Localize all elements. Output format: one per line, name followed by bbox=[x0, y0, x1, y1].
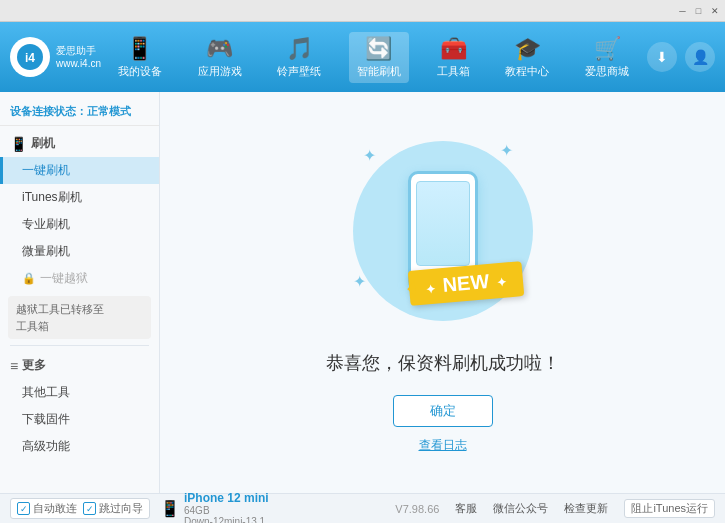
nav-smart-flash[interactable]: 🔄 智能刷机 bbox=[349, 32, 409, 83]
more-group-icon: ≡ bbox=[10, 358, 18, 374]
sparkle-icon-2: ✦ bbox=[500, 141, 513, 160]
logo-text: 爱思助手 www.i4.cn bbox=[56, 44, 101, 70]
info-line1: 越狱工具已转移至 bbox=[16, 301, 143, 318]
nav-tutorial-label: 教程中心 bbox=[505, 64, 549, 79]
logo-icon: i4 bbox=[10, 37, 50, 77]
sidebar-item-micro-flash[interactable]: 微量刷机 bbox=[0, 238, 159, 265]
auto-connect-checkbox[interactable]: 自动敢连 bbox=[17, 501, 77, 516]
more-group-label: 更多 bbox=[22, 357, 46, 374]
device-phone-icon: 📱 bbox=[160, 499, 180, 518]
nav-apps-games[interactable]: 🎮 应用游戏 bbox=[190, 32, 250, 83]
device-status-label: 设备连接状态： bbox=[10, 105, 87, 117]
bottom-left: 自动敢连 跳过向导 📱 iPhone 12 mini 64GB Down-12m… bbox=[10, 491, 395, 524]
wechat-public-link[interactable]: 微信公众号 bbox=[493, 501, 548, 516]
customer-service-link[interactable]: 客服 bbox=[455, 501, 477, 516]
sparkle-icon-3: ✦ bbox=[353, 272, 366, 291]
nav-shop[interactable]: 🛒 爱思商城 bbox=[577, 32, 637, 83]
shop-icon: 🛒 bbox=[594, 36, 621, 62]
device-status: 设备连接状态：正常模式 bbox=[0, 100, 159, 126]
auto-connect-label: 自动敢连 bbox=[33, 501, 77, 516]
sidebar-info-box: 越狱工具已转移至 工具箱 bbox=[8, 296, 151, 339]
device-status-value: 正常模式 bbox=[87, 105, 131, 117]
stop-itunes-btn[interactable]: 阻止iTunes运行 bbox=[624, 499, 715, 518]
sidebar: 设备连接状态：正常模式 📱 刷机 一键刷机 iTunes刷机 专业刷机 微量刷机… bbox=[0, 92, 160, 493]
nav-toolbox-label: 工具箱 bbox=[437, 64, 470, 79]
check-update-link[interactable]: 检查更新 bbox=[564, 501, 608, 516]
nav-ringtone-label: 铃声壁纸 bbox=[277, 64, 321, 79]
sidebar-divider bbox=[10, 345, 149, 346]
logo-area: i4 爱思助手 www.i4.cn bbox=[10, 37, 100, 77]
device-info: iPhone 12 mini 64GB Down-12mini-13,1 bbox=[184, 491, 269, 524]
nav-toolbox[interactable]: 🧰 工具箱 bbox=[429, 32, 478, 83]
sparkle-icon-1: ✦ bbox=[363, 146, 376, 165]
sidebar-item-one-click[interactable]: 一键刷机 bbox=[0, 157, 159, 184]
bottom-bar: 自动敢连 跳过向导 📱 iPhone 12 mini 64GB Down-12m… bbox=[0, 493, 725, 523]
nav-tutorial[interactable]: 🎓 教程中心 bbox=[497, 32, 557, 83]
new-label: NEW bbox=[441, 270, 489, 296]
title-bar: ─ □ ✕ bbox=[0, 0, 725, 22]
stop-itunes-label: 阻止iTunes运行 bbox=[631, 501, 708, 516]
sidebar-item-itunes[interactable]: iTunes刷机 bbox=[0, 184, 159, 211]
skip-wizard-checkbox[interactable]: 跳过向导 bbox=[83, 501, 143, 516]
version-text: V7.98.66 bbox=[395, 503, 439, 515]
star-right: ✦ bbox=[496, 275, 507, 290]
nav-smart-flash-label: 智能刷机 bbox=[357, 64, 401, 79]
lock-icon: 🔒 bbox=[22, 272, 36, 285]
sidebar-group-more: ≡ 更多 bbox=[0, 352, 159, 379]
success-message: 恭喜您，保资料刷机成功啦！ bbox=[326, 351, 560, 375]
header: i4 爱思助手 www.i4.cn 📱 我的设备 🎮 应用游戏 🎵 铃声壁纸 🔄… bbox=[0, 22, 725, 92]
header-right: ⬇ 👤 bbox=[647, 42, 715, 72]
minimize-btn[interactable]: ─ bbox=[676, 4, 689, 17]
auto-connect-checkmark bbox=[17, 502, 30, 515]
sidebar-item-jailbreak-disabled: 🔒 一键越狱 bbox=[0, 265, 159, 292]
sidebar-item-other-tools[interactable]: 其他工具 bbox=[0, 379, 159, 406]
device-name: iPhone 12 mini bbox=[184, 491, 269, 505]
phone-illustration: ✦ ✦ ✦ ✦ NEW ✦ bbox=[343, 131, 543, 331]
flash-group-icon: 📱 bbox=[10, 136, 27, 152]
skip-wizard-label: 跳过向导 bbox=[99, 501, 143, 516]
sidebar-item-pro-flash[interactable]: 专业刷机 bbox=[0, 211, 159, 238]
device-info-section: 📱 iPhone 12 mini 64GB Down-12mini-13,1 bbox=[160, 491, 269, 524]
close-btn[interactable]: ✕ bbox=[708, 4, 721, 17]
my-device-icon: 📱 bbox=[126, 36, 153, 62]
smart-flash-icon: 🔄 bbox=[365, 36, 392, 62]
apps-games-icon: 🎮 bbox=[206, 36, 233, 62]
user-btn[interactable]: 👤 bbox=[685, 42, 715, 72]
skip-wizard-checkmark bbox=[83, 502, 96, 515]
bottom-right: V7.98.66 客服 微信公众号 检查更新 阻止iTunes运行 bbox=[395, 499, 715, 518]
new-ribbon: ✦ NEW ✦ bbox=[407, 261, 523, 306]
device-storage: 64GB bbox=[184, 505, 269, 516]
svg-text:i4: i4 bbox=[25, 51, 35, 65]
flash-group-label: 刷机 bbox=[31, 135, 55, 152]
nav-shop-label: 爱思商城 bbox=[585, 64, 629, 79]
nav-my-device-label: 我的设备 bbox=[118, 64, 162, 79]
success-card: ✦ ✦ ✦ ✦ NEW ✦ 恭喜您，保资料刷机成功啦！ 确定 bbox=[326, 131, 560, 454]
checkbox-group: 自动敢连 跳过向导 bbox=[10, 498, 150, 519]
tutorial-icon: 🎓 bbox=[514, 36, 541, 62]
star-left: ✦ bbox=[424, 282, 435, 297]
view-log-link[interactable]: 查看日志 bbox=[419, 437, 467, 454]
sidebar-item-download-fw[interactable]: 下载固件 bbox=[0, 406, 159, 433]
confirm-button[interactable]: 确定 bbox=[393, 395, 493, 427]
ringtone-icon: 🎵 bbox=[286, 36, 313, 62]
nav-bar: 📱 我的设备 🎮 应用游戏 🎵 铃声壁纸 🔄 智能刷机 🧰 工具箱 🎓 教程中心… bbox=[100, 32, 647, 83]
maximize-btn[interactable]: □ bbox=[692, 4, 705, 17]
nav-ringtone[interactable]: 🎵 铃声壁纸 bbox=[269, 32, 329, 83]
sidebar-group-flash: 📱 刷机 bbox=[0, 130, 159, 157]
jailbreak-label: 一键越狱 bbox=[40, 270, 88, 287]
toolbox-icon: 🧰 bbox=[440, 36, 467, 62]
content-area: ✦ ✦ ✦ ✦ NEW ✦ 恭喜您，保资料刷机成功啦！ 确定 bbox=[160, 92, 725, 493]
main-layout: 设备连接状态：正常模式 📱 刷机 一键刷机 iTunes刷机 专业刷机 微量刷机… bbox=[0, 92, 725, 493]
window-controls: ─ □ ✕ bbox=[676, 4, 721, 17]
new-banner: ✦ NEW ✦ bbox=[409, 266, 523, 301]
nav-apps-games-label: 应用游戏 bbox=[198, 64, 242, 79]
nav-my-device[interactable]: 📱 我的设备 bbox=[110, 32, 170, 83]
download-btn[interactable]: ⬇ bbox=[647, 42, 677, 72]
sidebar-item-advanced[interactable]: 高级功能 bbox=[0, 433, 159, 460]
info-line2: 工具箱 bbox=[16, 318, 143, 335]
phone-screen bbox=[416, 181, 470, 266]
device-system: Down-12mini-13,1 bbox=[184, 516, 269, 524]
